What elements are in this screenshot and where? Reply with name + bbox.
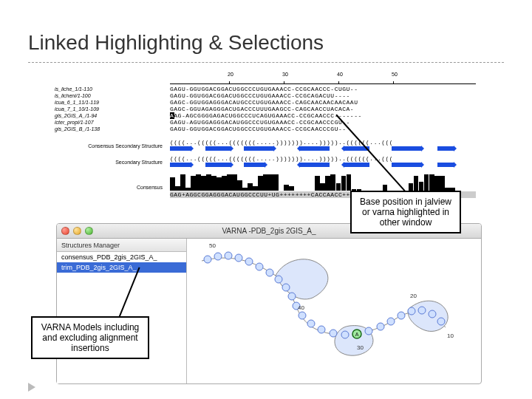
window-close-button[interactable] xyxy=(61,227,69,235)
varna-label-40: 40 xyxy=(298,304,304,311)
varna-label-10: 10 xyxy=(447,332,454,339)
svg-point-4 xyxy=(245,258,253,265)
svg-point-15 xyxy=(341,331,349,338)
callout-varna-models: VARNA Models including and excluding ali… xyxy=(31,316,149,359)
svg-point-17 xyxy=(365,327,372,335)
svg-point-11 xyxy=(299,312,306,319)
brackets-css: ((((...(((((...(((((((.....)))))))....))… xyxy=(170,139,476,146)
svg-point-12 xyxy=(307,320,315,327)
ruler-tick-40: 40 xyxy=(337,72,343,77)
arrows-ss xyxy=(170,162,476,168)
svg-point-1 xyxy=(214,253,222,260)
svg-point-18 xyxy=(377,323,384,330)
seq-row: GAGU-GGUGGACGGACUGGCCCUGUGAAACC-CCGCAACC… xyxy=(170,126,476,132)
varna-model-item[interactable]: consensus_PDB_2gis_2GIS_A_ xyxy=(57,252,186,262)
ruler-tick-30: 30 xyxy=(282,72,288,77)
title-underline xyxy=(28,62,504,63)
alignment-panel: 20 30 40 50 is_liche_1/1-110 is_licheni/… xyxy=(55,77,482,205)
svg-point-20 xyxy=(398,312,405,319)
window-maximize-button[interactable] xyxy=(85,227,93,235)
window-minimize-button[interactable] xyxy=(73,227,81,235)
svg-point-2 xyxy=(225,252,232,259)
svg-point-5 xyxy=(256,263,263,270)
sequence-names: is_liche_1/1-110 is_licheni/1-100 icua_6… xyxy=(55,86,132,132)
varna-rna-canvas[interactable]: A 50 40 30 20 10 xyxy=(187,239,481,383)
svg-point-0 xyxy=(204,256,211,263)
svg-point-6 xyxy=(266,269,273,276)
svg-point-3 xyxy=(235,254,242,262)
varna-window-title: VARNA -PDB_2gis 2GIS_A_ xyxy=(222,227,316,235)
svg-point-8 xyxy=(282,284,290,291)
slide-advance-icon xyxy=(28,383,35,392)
sequence-rows: GAGU-GGUGGACGGACUGGCCCUGUGAAACC-CCGCAACC… xyxy=(170,86,476,132)
alignment-ruler: 20 30 40 50 xyxy=(170,77,476,84)
varna-window: VARNA -PDB_2gis 2GIS_A_ Structures Manag… xyxy=(56,223,482,384)
ruler-tick-50: 50 xyxy=(392,72,398,77)
varna-label-20: 20 xyxy=(410,293,417,299)
structures-manager-header: Structures Manager xyxy=(57,239,186,252)
slide-title: Linked Highlighting & Selections xyxy=(28,31,324,55)
svg-point-13 xyxy=(318,326,325,333)
brackets-ss: ((((...(((((...(((((((.....)))))))....))… xyxy=(170,155,476,162)
varna-ruler-50: 50 xyxy=(209,242,216,249)
svg-point-14 xyxy=(330,330,337,337)
svg-point-19 xyxy=(387,318,395,325)
svg-point-23 xyxy=(429,310,436,318)
seq-name: gis_2GIS_B_/1-138 xyxy=(55,126,132,132)
svg-point-7 xyxy=(275,276,282,283)
ruler-tick-20: 20 xyxy=(228,72,233,77)
label-secondary-structure: Secondary Structure xyxy=(62,160,163,165)
seq-row: GAGU-GGUGGACGGACUGGCCCUGUGAAACC-CCGCAGAC… xyxy=(170,92,476,99)
svg-point-22 xyxy=(418,307,426,314)
label-consensus: Consensus xyxy=(62,185,163,190)
seq-name: icua_6_1_11/1-119 xyxy=(55,99,132,106)
varna-label-30: 30 xyxy=(357,344,364,351)
seq-row: GAGC-GGUGGAGGGACAUGCCCUGUGAAACC-CAGCAACA… xyxy=(170,99,476,106)
varna-model-item-selected[interactable]: trim_PDB_2gis_2GIS_A_ xyxy=(57,262,186,273)
seq-row: GAGC-GGUAGAGGGACUGACCCUUUGAAGCC-CAGCAACC… xyxy=(170,106,476,112)
arrows-css xyxy=(170,146,476,152)
seq-row: GAGU-AGUGGAGGGACAUGGCCCUGUGAAACC-CCGCAAC… xyxy=(170,119,476,126)
callout-base-position: Base position in jalview or varna highli… xyxy=(350,191,461,233)
seq-name: is_licheni/1-100 xyxy=(55,92,132,99)
svg-text:A: A xyxy=(355,332,359,337)
seq-name: gis_2GIS_A_/1-94 xyxy=(55,112,132,119)
seq-row: AAG-AGCGGGGAGACUGGCCCUCAGUGAAACC-CCGCAAC… xyxy=(170,112,476,119)
seq-row: GAGU-GGUGGACGGACUGGCCCUGUGAAACC-CCGCAACC… xyxy=(170,86,476,92)
label-consensus-ss: Consensus Secondary Structure xyxy=(62,143,163,149)
seq-name: is_liche_1/1-110 xyxy=(55,86,132,92)
consensus-histogram xyxy=(170,173,476,191)
seq-name: icter_propi/1-107 xyxy=(55,119,132,126)
svg-point-21 xyxy=(408,307,415,315)
varna-model-list[interactable]: consensus_PDB_2gis_2GIS_A_ trim_PDB_2gis… xyxy=(57,252,186,273)
svg-point-24 xyxy=(437,318,445,325)
svg-point-9 xyxy=(288,293,296,300)
seq-name: icua_7_1_10/1-109 xyxy=(55,106,132,112)
